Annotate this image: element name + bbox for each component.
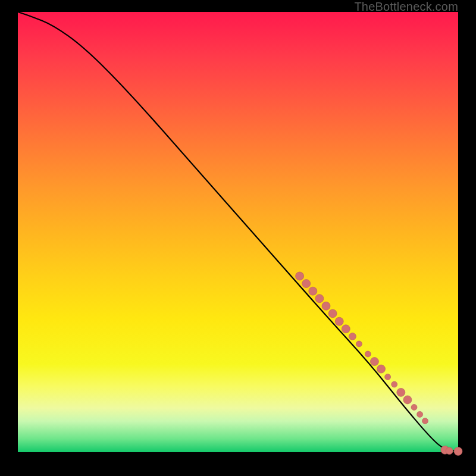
data-point: [302, 280, 311, 288]
data-point: [328, 309, 337, 318]
data-point: [377, 365, 386, 373]
chart-svg: [18, 12, 458, 452]
data-point: [349, 333, 356, 340]
data-point: [342, 325, 350, 333]
data-point: [446, 447, 453, 455]
data-point: [392, 381, 397, 387]
data-point: [385, 374, 391, 380]
data-point: [370, 358, 378, 366]
data-point: [309, 287, 317, 295]
data-point: [365, 351, 371, 357]
data-point: [422, 418, 428, 424]
data-point: [454, 447, 462, 456]
data-point: [335, 317, 343, 325]
data-point: [322, 302, 330, 310]
data-point: [403, 396, 412, 404]
data-point: [315, 295, 324, 303]
data-point: [397, 388, 405, 396]
plot-area: [18, 12, 458, 452]
data-markers: [296, 272, 462, 456]
data-point: [356, 341, 362, 347]
data-point: [417, 411, 423, 417]
data-point: [411, 405, 417, 411]
data-point: [296, 272, 304, 280]
chart-frame: TheBottleneck.com: [0, 0, 476, 476]
